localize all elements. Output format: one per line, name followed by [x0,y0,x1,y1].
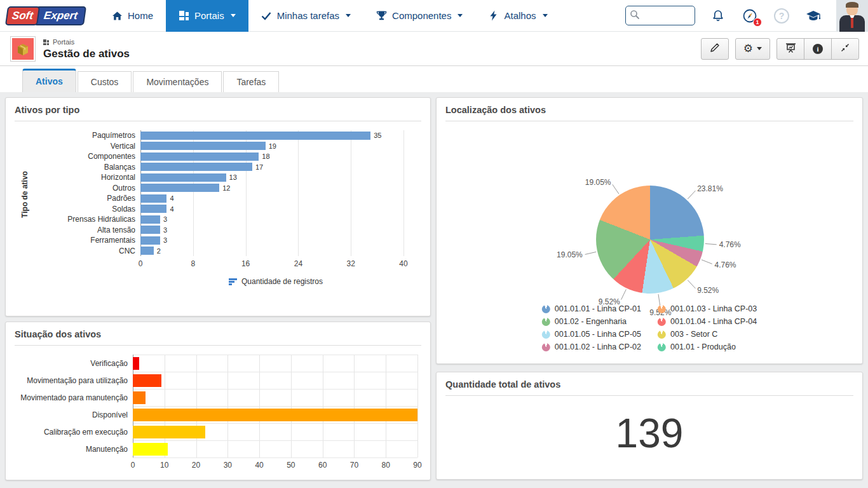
dashboard-content: Ativos por tipo Tipo de ativo Paquímetro… [0,92,868,488]
bar-row: 4 [140,204,403,215]
bar[interactable] [133,426,205,438]
tab-tarefas[interactable]: Tarefas [223,71,279,92]
legend-label: 001.01.01 - Linha CP-01 [555,304,641,313]
settings-button[interactable]: ⚙ [735,38,770,60]
bar[interactable] [140,132,370,140]
bar[interactable] [140,142,266,150]
legend-item[interactable]: 001.02 - Engenharia [542,317,641,326]
bar-value: 19 [269,142,276,150]
check-icon [261,10,272,21]
legend-item[interactable]: 001.01.05 - Linha CP-05 [542,330,641,339]
legend-item[interactable]: 001.01.01 - Linha CP-01 [542,304,641,313]
bar-row [133,406,417,423]
softexpert-logo[interactable]: Soft Expert [5,6,86,25]
nav-item-label: Home [128,10,153,21]
bar[interactable] [133,391,146,404]
x-axis-tick: 0 [139,259,143,268]
legend-label: 001.01.05 - Linha CP-05 [555,330,641,339]
panel-ativos-por-tipo: Ativos por tipo Tipo de ativo Paquímetro… [5,97,431,316]
panel-title: Situação dos ativos [6,322,430,345]
page-header-bar: Portais Gestão de ativos ⚙ i [0,32,868,66]
legend-item[interactable]: 001.01.03 - Linha CP-03 [658,304,757,313]
edit-button[interactable] [701,38,729,60]
bar-row: 13 [140,172,403,183]
collapse-icon [840,43,850,55]
collapse-button[interactable] [831,38,859,60]
search-input[interactable] [640,11,689,20]
bar[interactable] [133,409,417,421]
legend-label: 001.01.04 - Linha CP-04 [670,317,757,326]
x-axis-tick: 70 [350,461,358,470]
legend-label: 001.02 - Engenharia [555,317,627,326]
bar-row: 4 [140,193,403,204]
nav-item-minhas-tarefas[interactable]: Minhas tarefas [248,0,363,32]
info-button[interactable]: i [804,38,832,60]
tab-custos[interactable]: Custos [78,71,132,92]
home-icon [112,10,123,21]
bar[interactable] [140,226,160,234]
legend-item[interactable]: 001.01.02 - Linha CP-02 [542,342,641,351]
bolt-icon [488,10,499,21]
bar[interactable] [133,374,161,387]
panel-situacao-dos-ativos: Situação dos ativos VerificaçãoMovimenta… [5,322,431,480]
bar[interactable] [140,173,226,182]
bar-category-label: Alta tensão [15,225,140,236]
bar-row: 12 [140,183,403,194]
notification-badge: 1 [753,18,762,27]
bar-row [133,389,417,406]
chart-legend[interactable]: Quantidade de registros [138,277,414,286]
tab-ativos[interactable]: Ativos [22,69,76,92]
bar[interactable] [140,184,219,192]
bar-row: 3 [140,225,403,236]
bar[interactable] [140,194,166,203]
panel-quantidade-total: Quantidade total de ativos 139 [436,372,863,480]
bar-category-label: Calibração em execução [15,423,133,440]
x-axis-tick: 10 [160,461,168,470]
grid-icon [179,10,189,21]
nav-item-home[interactable]: Home [99,0,166,32]
x-axis-tick: 16 [241,259,250,268]
chevron-down-icon [458,14,463,17]
legend-item[interactable]: 001.01 - Produção [658,342,757,351]
bar[interactable] [140,247,154,255]
tab-movimentações[interactable]: Movimentações [133,71,222,92]
search-box[interactable] [625,6,695,25]
bar[interactable] [140,152,259,161]
trophy-icon [376,10,387,21]
bar-row [133,423,417,440]
legend-item[interactable]: 003 - Setor C [658,330,757,339]
bar[interactable] [140,205,166,213]
legend-label: 001.01 - Produção [670,342,736,351]
nav-item-label: Portais [194,10,224,21]
legend-item[interactable]: 001.01.04 - Linha CP-04 [658,317,757,326]
pie-slice-icon [542,343,550,351]
nav-item-atalhos[interactable]: Atalhos [475,0,560,32]
help-icon[interactable]: ? [773,7,790,25]
bell-icon[interactable] [709,7,727,25]
bar-value: 3 [163,226,167,234]
compass-icon[interactable]: 1 [741,7,759,25]
breadcrumb[interactable]: Portais [43,37,130,47]
nav-item-portais[interactable]: Portais [166,0,248,32]
bar[interactable] [140,215,160,224]
bar-chart-ativos-por-tipo: PaquímetrosVerticalComponentesBalançasHo… [6,121,430,271]
bar-category-label: Verificação [15,355,133,372]
bar[interactable] [133,443,168,456]
bar-value: 4 [170,194,173,202]
graduation-cap-icon[interactable] [804,7,822,25]
user-avatar[interactable] [836,0,868,32]
bar-value: 3 [163,236,167,244]
pie-chart[interactable] [596,186,704,294]
nav-item-componentes[interactable]: Componentes [363,0,475,32]
pie-slice-icon [658,343,666,351]
bar-value: 3 [163,215,167,223]
bar[interactable] [133,357,139,370]
pie-legend: 001.01.01 - Linha CP-01001.01.03 - Linha… [542,304,757,351]
bar[interactable] [140,236,160,245]
bar-value: 2 [157,247,161,255]
bar[interactable] [140,163,252,171]
presentation-button[interactable] [776,38,804,60]
bar-row [133,440,417,458]
panel-title: Localização dos ativos [437,98,862,121]
bar-row: 18 [140,151,403,162]
